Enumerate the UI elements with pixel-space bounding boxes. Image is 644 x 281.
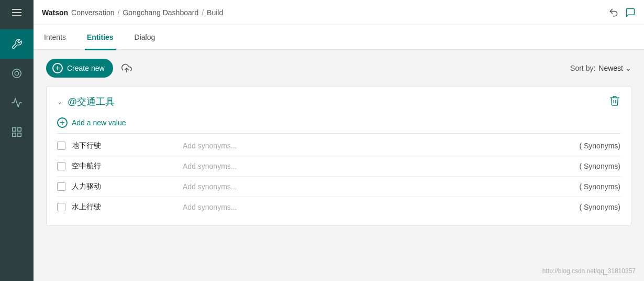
synonyms-label: ( Synonyms) xyxy=(579,162,620,170)
svg-rect-5 xyxy=(18,133,21,136)
watermark: http://blog.csdn.net/qq_31810357 xyxy=(542,267,636,275)
back-icon xyxy=(608,7,619,18)
svg-rect-3 xyxy=(18,128,21,131)
add-value-icon[interactable]: + xyxy=(57,117,68,128)
create-new-button[interactable]: + Create new xyxy=(46,59,113,78)
svg-rect-4 xyxy=(13,133,16,136)
entity-chevron-icon[interactable]: ⌄ xyxy=(57,98,62,105)
chat-icon xyxy=(625,7,636,18)
table-row: 水上行驶Add synonyms...( Synonyms) xyxy=(57,197,620,217)
plus-circle-icon: + xyxy=(52,63,63,73)
tools-icon xyxy=(11,38,23,50)
create-new-label: Create new xyxy=(67,64,105,72)
svg-rect-2 xyxy=(13,128,16,131)
sort-label: Sort by: xyxy=(570,64,595,72)
tab-entities[interactable]: Entities xyxy=(85,25,116,50)
table-row: 人力驱动Add synonyms...( Synonyms) xyxy=(57,177,620,197)
value-rows: 地下行驶Add synonyms...( Synonyms)空中航行Add sy… xyxy=(57,136,620,217)
table-row: 地下行驶Add synonyms...( Synonyms) xyxy=(57,136,620,156)
section-name: Build xyxy=(207,8,223,17)
synonyms-label: ( Synonyms) xyxy=(579,142,620,150)
sep2: / xyxy=(202,8,204,17)
value-name: 水上行驶 xyxy=(72,202,176,212)
entity-delete-button[interactable] xyxy=(609,95,620,108)
sidebar-item-analytics[interactable] xyxy=(0,59,34,88)
sidebar xyxy=(0,0,34,281)
circle-icon xyxy=(11,68,23,79)
value-checkbox[interactable] xyxy=(57,162,65,170)
hamburger-icon xyxy=(12,9,21,16)
sort-dropdown[interactable]: Newest ⌄ xyxy=(598,64,631,72)
tabbar: Intents Entities Dialog xyxy=(34,25,644,50)
synonyms-label: ( Synonyms) xyxy=(579,182,620,191)
value-checkbox[interactable] xyxy=(57,203,65,211)
tab-intents[interactable]: Intents xyxy=(42,25,68,50)
chevron-down-icon: ⌄ xyxy=(625,64,631,72)
synonyms-input[interactable]: Add synonyms... xyxy=(183,142,573,150)
hamburger-menu[interactable] xyxy=(0,0,34,25)
topbar: Watson Conversation / Gongchang Dashboar… xyxy=(34,0,644,25)
breadcrumb: Watson Conversation / Gongchang Dashboar… xyxy=(42,8,223,17)
content-area: + Create new Sort by: Newest ⌄ xyxy=(34,50,644,281)
add-value-label[interactable]: Add a new value xyxy=(72,118,126,127)
sort-area: Sort by: Newest ⌄ xyxy=(570,64,631,72)
tab-dialog[interactable]: Dialog xyxy=(132,25,158,50)
sidebar-item-grid[interactable] xyxy=(0,117,34,147)
chat-button[interactable] xyxy=(625,7,636,18)
synonyms-label: ( Synonyms) xyxy=(579,203,620,211)
value-checkbox[interactable] xyxy=(57,182,65,191)
value-checkbox[interactable] xyxy=(57,142,65,150)
synonyms-input[interactable]: Add synonyms... xyxy=(183,162,573,170)
upload-button[interactable] xyxy=(119,61,134,75)
upload-icon xyxy=(121,63,132,73)
back-button[interactable] xyxy=(608,7,619,18)
sidebar-item-build[interactable] xyxy=(0,29,34,59)
svg-point-0 xyxy=(13,69,21,78)
trash-icon xyxy=(609,95,620,106)
sidebar-nav xyxy=(0,29,34,147)
toolbar: + Create new Sort by: Newest ⌄ xyxy=(46,59,631,78)
add-value-row: + Add a new value xyxy=(57,114,620,134)
workspace-name: Gongchang Dashboard xyxy=(123,8,198,17)
synonyms-input[interactable]: Add synonyms... xyxy=(183,203,573,211)
sidebar-item-graph[interactable] xyxy=(0,88,34,117)
graph-icon xyxy=(11,97,23,109)
table-row: 空中航行Add synonyms...( Synonyms) xyxy=(57,156,620,177)
brand-name: Watson xyxy=(42,8,68,17)
topbar-icons xyxy=(608,7,636,18)
entity-title: @交通工具 xyxy=(68,95,604,108)
sep1: / xyxy=(118,8,120,17)
brand-suffix: Conversation xyxy=(71,8,115,17)
value-name: 人力驱动 xyxy=(72,182,176,191)
entity-card: ⌄ @交通工具 + Add a new value 地下行驶Add synony… xyxy=(46,86,631,226)
value-name: 空中航行 xyxy=(72,161,176,171)
grid-icon xyxy=(11,126,23,138)
svg-point-1 xyxy=(15,71,18,75)
synonyms-input[interactable]: Add synonyms... xyxy=(183,182,573,191)
sort-value-label: Newest xyxy=(598,64,623,72)
value-name: 地下行驶 xyxy=(72,141,176,150)
main-area: Watson Conversation / Gongchang Dashboar… xyxy=(34,0,644,281)
entity-header: ⌄ @交通工具 xyxy=(57,95,620,108)
